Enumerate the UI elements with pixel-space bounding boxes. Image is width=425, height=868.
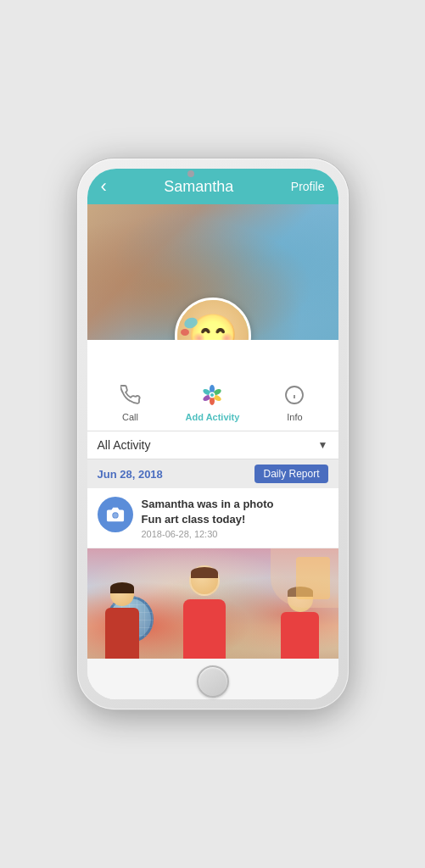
svg-point-8 [210,393,214,397]
call-action[interactable]: Call [116,381,145,422]
hero-image [87,204,338,340]
filter-label: All Activity [98,438,151,452]
activity-photo [87,548,338,659]
paint-blue [182,316,199,331]
info-action[interactable]: Info [280,381,309,422]
phone-frame: ‹ Samantha Profile [77,159,349,709]
bg-yellow-block [296,557,330,599]
call-label: Call [122,412,138,422]
home-button[interactable] [197,665,229,698]
action-bar: Call [87,340,338,431]
paint-red [181,329,189,336]
info-icon [280,381,309,409]
svg-point-13 [113,513,118,518]
activity-title: Samantha was in a photoFun art class tod… [142,497,328,527]
list-item: Samantha was in a photoFun art class tod… [87,488,338,548]
activity-list: Jun 28, 2018 Daily Report Samantha was i… [87,459,338,699]
activity-timestamp: 2018-06-28, 12:30 [142,529,328,539]
call-icon [116,381,145,409]
nav-bar: ‹ Samantha Profile [87,169,338,204]
activity-camera-icon [98,497,133,532]
page-title: Samantha [164,178,233,196]
activity-text: Samantha was in a photoFun art class tod… [142,497,328,539]
daily-report-button[interactable]: Daily Report [254,465,327,483]
child-main [175,565,234,659]
date-label: Jun 28, 2018 [98,468,163,481]
avatar-face [177,300,249,340]
child-left [99,582,146,659]
screen-content: ‹ Samantha Profile [87,169,338,699]
profile-link[interactable]: Profile [291,180,325,193]
add-activity-label: Add Activity [186,412,240,422]
phone-screen: ‹ Samantha Profile [87,169,338,699]
add-activity-icon [198,381,226,409]
avatar [175,298,251,340]
filter-bar[interactable]: All Activity ▼ [87,431,338,459]
camera-dot [187,170,194,177]
filter-arrow-icon: ▼ [318,439,328,451]
back-button[interactable]: ‹ [101,177,107,196]
info-label: Info [287,412,302,422]
add-activity-action[interactable]: Add Activity [186,381,240,422]
photo-scene [87,548,338,659]
date-row: Jun 28, 2018 Daily Report [87,459,338,488]
